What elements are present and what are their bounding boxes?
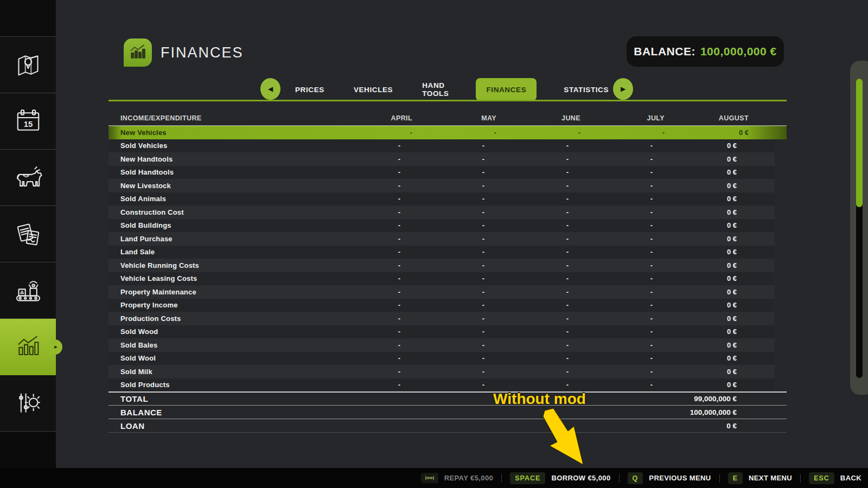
sidebar-item-animals[interactable] <box>0 150 56 206</box>
row-label: Sold Wool <box>108 354 316 362</box>
table-row-property-maintenance[interactable]: Property Maintenance----0 € <box>108 285 775 299</box>
axis-key-icon <box>421 473 438 483</box>
table-row-sold-products[interactable]: Sold Products----0 € <box>108 378 775 392</box>
scrollbar-track[interactable] <box>856 79 863 378</box>
row-value: 0 € <box>653 221 737 229</box>
table-row-land-purchase[interactable]: Land Purchase----0 € <box>108 232 775 246</box>
row-value: - <box>316 195 400 203</box>
sidebar-item-calendar[interactable]: 15 <box>0 93 56 150</box>
table-row-sold-vehicles[interactable]: Sold Vehicles----0 € <box>108 139 775 153</box>
row-value: - <box>569 274 653 282</box>
sidebar-spacer <box>0 0 56 37</box>
hint-next-menu[interactable]: ENEXT MENU <box>728 472 793 484</box>
row-value: - <box>484 235 569 243</box>
tabs-next-button[interactable]: ▶ <box>613 78 633 100</box>
row-value: - <box>484 142 569 150</box>
row-value: - <box>400 328 484 336</box>
key-hint-bar: REPAY €5,000SPACEBORROW €5,000QPREVIOUS … <box>0 468 868 488</box>
row-value: - <box>400 368 484 376</box>
table-row-new-livestock[interactable]: New Livestock----0 € <box>108 179 775 192</box>
row-value: - <box>400 341 484 349</box>
table-row-sold-milk[interactable]: Sold Milk----0 € <box>108 365 775 378</box>
page-finances-icon <box>124 38 152 67</box>
row-value: - <box>484 368 569 376</box>
row-value: - <box>484 195 569 203</box>
table-row-production-costs[interactable]: Production Costs----0 € <box>108 312 775 325</box>
tab-vehicles[interactable]: VEHICLES <box>352 78 395 101</box>
row-value: - <box>400 248 484 256</box>
tab-prices[interactable]: PRICES <box>293 78 327 101</box>
row-value: 0 € <box>653 155 737 163</box>
tab-hand-tools[interactable]: HAND TOOLS <box>420 78 451 101</box>
column-header-month: APRIL <box>328 114 412 122</box>
row-value: - <box>400 274 484 282</box>
sidebar-item-contracts[interactable] <box>0 206 56 262</box>
finances-screen: 15 <box>0 0 868 488</box>
row-value: - <box>569 328 653 336</box>
row-label: Vehicle Leasing Costs <box>108 274 316 282</box>
row-value: - <box>484 248 569 256</box>
cow-icon <box>13 163 43 193</box>
table-row-property-income[interactable]: Property Income----0 € <box>108 299 775 312</box>
row-label: Sold Vehicles <box>108 142 316 150</box>
row-value: - <box>569 142 653 150</box>
table-row-construction-cost[interactable]: Construction Cost----0 € <box>108 206 775 219</box>
table-row-sold-animals[interactable]: Sold Animals----0 € <box>108 192 775 206</box>
hint-borrow-5-000[interactable]: SPACEBORROW €5,000 <box>510 472 610 484</box>
table-row-sold-bales[interactable]: Sold Bales----0 € <box>108 338 775 352</box>
hint-previous-menu[interactable]: QPREVIOUS MENU <box>628 472 711 484</box>
row-value: - <box>569 248 653 256</box>
settings-icon <box>13 388 43 419</box>
row-value: 0 € <box>653 288 737 296</box>
row-label: Production Costs <box>108 314 316 323</box>
row-value: - <box>400 142 484 150</box>
row-label: Sold Bales <box>108 341 316 349</box>
scrollbar-thumb[interactable] <box>856 79 863 207</box>
row-label: Land Sale <box>108 248 316 256</box>
sidebar-item-finances[interactable]: ▸ <box>0 319 56 375</box>
table-row-sold-wool[interactable]: Sold Wool----0 € <box>108 352 775 365</box>
keycap-esc: ESC <box>809 472 834 484</box>
row-value: 0 € <box>653 274 737 282</box>
row-value: - <box>580 129 665 137</box>
tab-finances[interactable]: FINANCES <box>476 78 537 101</box>
summary-value: 99,000,000 € <box>694 395 737 403</box>
row-value: - <box>316 301 400 309</box>
row-value: - <box>400 381 484 389</box>
row-value: 0 € <box>653 248 737 256</box>
table-row-sold-handtools[interactable]: Sold Handtools----0 € <box>108 166 775 179</box>
column-header-month: JULY <box>580 114 665 122</box>
keycap-q: Q <box>628 472 643 484</box>
table-row-sold-wood[interactable]: Sold Wood----0 € <box>108 325 775 339</box>
balance-label: BALANCE: <box>634 45 695 58</box>
table-row-sold-buildings[interactable]: Sold Buildings----0 € <box>108 219 775 233</box>
table-row-new-handtools[interactable]: New Handtools----0 € <box>108 152 775 166</box>
row-label: Property Maintenance <box>108 288 316 296</box>
finances-chart-icon <box>127 42 149 63</box>
hint-back[interactable]: ESCBACK <box>809 472 861 484</box>
row-value: - <box>400 288 484 296</box>
row-value: - <box>484 168 569 176</box>
page-title: FINANCES <box>161 44 244 61</box>
row-value: - <box>316 168 400 176</box>
sidebar-item-settings[interactable] <box>0 375 56 432</box>
row-value: - <box>569 195 653 203</box>
sidebar-item-production[interactable] <box>0 262 56 319</box>
annotation-text: Without mod <box>489 390 590 408</box>
tab-statistics[interactable]: STATISTICS <box>561 78 611 101</box>
table-row-land-sale[interactable]: Land Sale----0 € <box>108 246 775 259</box>
row-value: - <box>484 221 569 229</box>
row-value: 0 € <box>653 195 737 203</box>
row-label: Sold Wood <box>108 328 316 336</box>
table-row-new-vehicles[interactable]: New Vehicles----0 € <box>108 126 787 139</box>
row-value: - <box>412 129 496 137</box>
tabs-prev-button[interactable]: ◀ <box>260 78 280 100</box>
summary-label: LOAN <box>108 421 726 431</box>
row-value: - <box>484 208 569 216</box>
table-row-vehicle-running-costs[interactable]: Vehicle Running Costs----0 € <box>108 259 775 272</box>
row-label: Vehicle Running Costs <box>108 261 316 269</box>
sidebar-item-map[interactable] <box>0 37 56 93</box>
table-row-vehicle-leasing-costs[interactable]: Vehicle Leasing Costs----0 € <box>108 272 775 286</box>
scrollbar <box>850 61 868 395</box>
row-value: - <box>569 288 653 296</box>
